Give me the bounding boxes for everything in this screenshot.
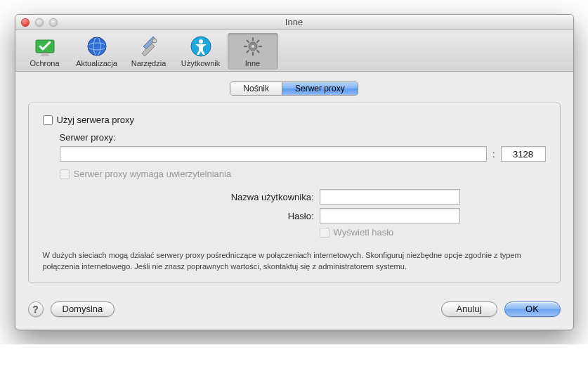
default-button[interactable]: Domyślna: [51, 302, 115, 317]
close-icon[interactable]: [21, 18, 30, 27]
proxy-server-input[interactable]: [60, 146, 487, 162]
toolbar: Ochrona Aktualizacja Narzęd: [15, 30, 573, 72]
window-controls: [15, 18, 58, 27]
use-proxy-checkbox-row: Użyj serwera proxy: [43, 115, 546, 125]
shield-check-icon: [34, 35, 56, 58]
tab-bar: Nośnik Serwer proxy: [28, 82, 561, 96]
server-field-label: Serwer proxy:: [60, 132, 546, 143]
auth-required-label: Serwer proxy wymaga uwierzytelniania: [74, 169, 232, 179]
cancel-button[interactable]: Anuluj: [441, 302, 497, 317]
tools-icon: [138, 35, 160, 58]
window-title: Inne: [15, 17, 573, 27]
help-icon: ?: [32, 304, 39, 315]
toolbar-item-aktualizacja[interactable]: Aktualizacja: [72, 33, 122, 70]
password-row: Hasło:: [43, 208, 546, 223]
footer: ? Domyślna Anuluj OK: [15, 293, 573, 330]
toolbar-item-uzytkownik[interactable]: Użytkownik: [176, 33, 226, 70]
gear-icon: [242, 35, 264, 58]
username-label: Nazwa użytkownika:: [43, 192, 320, 202]
show-password-row: Wyświetl hasło: [43, 227, 546, 238]
svg-rect-4: [40, 55, 50, 56]
help-button[interactable]: ?: [28, 302, 44, 317]
preferences-window: Inne Ochrona: [15, 14, 574, 330]
tab-nosnik[interactable]: Nośnik: [230, 82, 282, 95]
user-accessibility-icon: [190, 35, 212, 58]
zoom-icon[interactable]: [49, 18, 58, 27]
globe-icon: [86, 35, 108, 58]
toolbar-item-label: Ochrona: [21, 59, 69, 67]
username-input[interactable]: [320, 189, 460, 205]
tab-serwer-proxy[interactable]: Serwer proxy: [282, 82, 358, 95]
ok-button[interactable]: OK: [504, 302, 561, 317]
use-proxy-checkbox[interactable]: [43, 115, 53, 125]
auth-required-checkbox-row: Serwer proxy wymaga uwierzytelniania: [60, 169, 546, 179]
help-text: W dużych sieciach mogą działać serwery p…: [43, 250, 546, 273]
svg-point-11: [199, 39, 203, 44]
auth-required-checkbox: [60, 169, 70, 179]
svg-point-9: [152, 39, 157, 43]
toolbar-item-inne[interactable]: Inne: [228, 33, 278, 70]
port-colon: :: [491, 149, 497, 160]
toolbar-item-label: Inne: [229, 59, 277, 67]
toolbar-item-ochrona[interactable]: Ochrona: [20, 33, 70, 70]
show-password-label: Wyświetl hasło: [334, 227, 394, 238]
use-proxy-label: Użyj serwera proxy: [57, 115, 135, 125]
username-row: Nazwa użytkownika:: [43, 189, 546, 205]
password-label: Hasło:: [43, 211, 320, 221]
toolbar-item-narzedzia[interactable]: Narzędzia: [124, 33, 174, 70]
proxy-group: Użyj serwera proxy Serwer proxy: : Serwe…: [28, 103, 561, 283]
password-input[interactable]: [320, 208, 460, 223]
toolbar-item-label: Aktualizacja: [73, 59, 121, 67]
show-password-checkbox: [320, 228, 329, 238]
toolbar-item-label: Narzędzia: [125, 59, 173, 67]
titlebar: Inne: [15, 15, 573, 30]
content-area: Nośnik Serwer proxy Użyj serwera proxy S…: [15, 72, 573, 293]
proxy-port-input[interactable]: [501, 146, 546, 162]
toolbar-item-label: Użytkownik: [177, 59, 225, 67]
svg-rect-3: [41, 53, 48, 55]
minimize-icon[interactable]: [35, 18, 44, 27]
svg-point-13: [251, 45, 254, 48]
server-row: :: [60, 146, 546, 162]
